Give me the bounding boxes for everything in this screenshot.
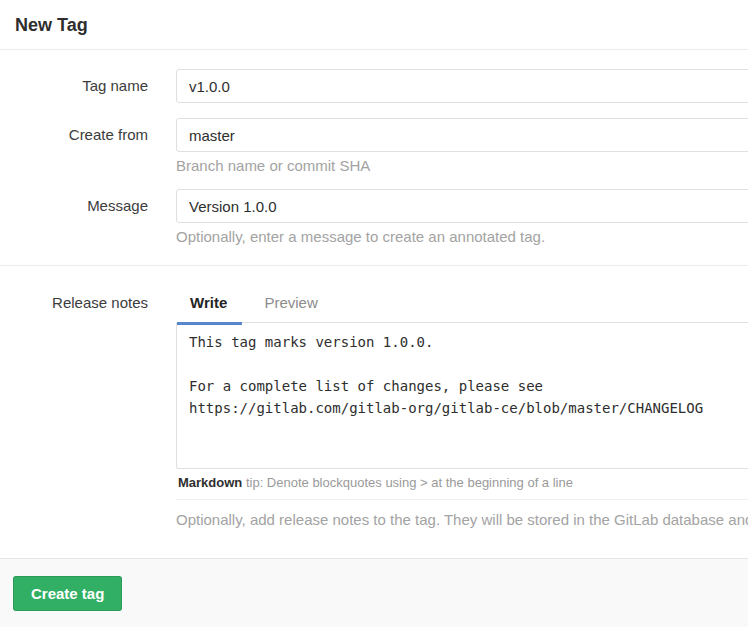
markdown-tip-text: tip: Denote blockquotes using > at the b… [242, 475, 573, 490]
new-tag-form: Tag name Create from Branch name or comm… [0, 50, 748, 528]
create-from-input[interactable] [176, 118, 748, 152]
release-notes-label: Release notes [0, 292, 148, 528]
tag-name-input[interactable] [176, 69, 748, 103]
new-tag-page: New Tag Tag name Create from Branch name… [0, 0, 748, 528]
form-row-create-from: Create from Branch name or commit SHA [0, 118, 748, 174]
form-row-release-notes: Release notes Write Preview This tag mar… [0, 292, 748, 528]
form-row-tag-name: Tag name [0, 69, 748, 103]
message-input[interactable] [176, 189, 748, 223]
tab-write[interactable]: Write [190, 294, 227, 311]
markdown-tabs: Write Preview [176, 292, 748, 311]
create-from-label: Create from [0, 118, 148, 174]
release-notes-textarea[interactable]: This tag marks version 1.0.0. For a comp… [176, 322, 748, 469]
markdown-tip-bar: Markdown tip: Denote blockquotes using >… [176, 469, 748, 500]
markdown-link[interactable]: Markdown [178, 475, 242, 490]
markdown-area: This tag marks version 1.0.0. For a comp… [176, 322, 748, 500]
tag-name-label: Tag name [0, 69, 148, 103]
release-notes-help: Optionally, add release notes to the tag… [176, 511, 748, 528]
create-tag-button[interactable]: Create tag [13, 576, 122, 611]
form-row-message: Message Optionally, enter a message to c… [0, 189, 748, 245]
message-help: Optionally, enter a message to create an… [176, 228, 748, 245]
form-actions: Create tag [0, 558, 748, 627]
active-tab-indicator [177, 322, 242, 325]
tab-preview[interactable]: Preview [264, 294, 317, 311]
message-label: Message [0, 189, 148, 245]
section-divider [0, 265, 748, 266]
create-from-help: Branch name or commit SHA [176, 157, 748, 174]
page-title: New Tag [0, 0, 748, 50]
